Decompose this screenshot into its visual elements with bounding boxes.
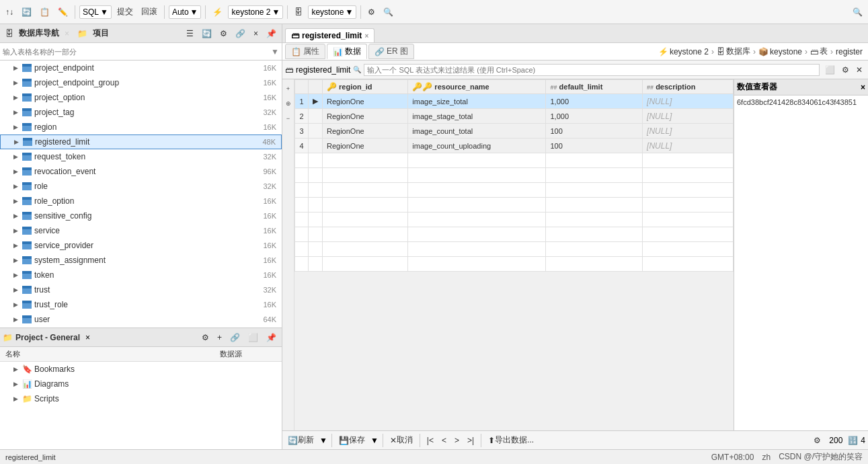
cell-desc-4[interactable]: [NULL] xyxy=(643,139,734,153)
export-btn[interactable]: ⬆ 导出数据... xyxy=(485,433,537,447)
tab-data[interactable]: 📊 数据 xyxy=(327,44,367,59)
cell-limit-1[interactable]: 1,000 xyxy=(546,94,643,109)
filter-clear-icon[interactable]: ✕ xyxy=(853,64,865,76)
global-search-icon[interactable]: 🔍 xyxy=(850,6,865,18)
refresh-icon[interactable]: 🔄 xyxy=(19,6,34,18)
refresh-btn[interactable]: 🔄 刷新 xyxy=(285,433,317,447)
nav-settings-btn[interactable]: ⚙ xyxy=(217,28,230,40)
tab-er[interactable]: 🔗 ER 图 xyxy=(368,44,414,59)
col-region-id-header[interactable]: 🔑 region_id xyxy=(323,80,408,94)
nav-pin-btn[interactable]: 📌 xyxy=(264,28,279,40)
expand-icon[interactable]: ⬜ xyxy=(822,64,838,76)
tab-close-btn[interactable]: × xyxy=(364,32,368,40)
project-add-btn[interactable]: + xyxy=(214,332,225,344)
table-row[interactable]: ▶ trust_role 16K xyxy=(0,297,282,312)
commit-btn[interactable]: 提交 xyxy=(114,5,136,19)
cell-resource-2[interactable]: image_stage_total xyxy=(408,109,546,124)
cell-resource-1[interactable]: image_size_total xyxy=(408,94,546,109)
search-filter-icon[interactable]: ▼ xyxy=(271,47,279,56)
cell-limit-4[interactable]: 100 xyxy=(546,139,643,153)
filter-settings-icon[interactable]: ⚙ xyxy=(839,64,852,76)
cell-limit-3[interactable]: 100 xyxy=(546,124,643,139)
table-row[interactable]: ▶ sensitive_config 16K xyxy=(0,208,282,223)
breadcrumb-table[interactable]: 🗃 表 xyxy=(810,46,828,57)
rollback-btn[interactable]: 回滚 xyxy=(139,5,160,19)
breadcrumb-keystone[interactable]: 📦 keystone xyxy=(758,47,802,56)
db-icon[interactable]: 🗄 xyxy=(292,6,305,18)
keystone-dropdown[interactable]: keystone ▼ xyxy=(308,5,356,19)
table-row[interactable]: ▶ service 16K xyxy=(0,223,282,238)
nav-prev-btn[interactable]: < xyxy=(439,434,449,447)
table-row[interactable]: ▶ project_endpoint 16K xyxy=(0,61,282,75)
table-row[interactable]: 4 RegionOne image_count_uploading 100 [N… xyxy=(295,139,734,153)
table-row[interactable]: 1 ▶ RegionOne image_size_total 1,000 [NU… xyxy=(295,94,734,109)
save-btn[interactable]: 💾 保存 xyxy=(336,433,368,447)
col-description-header[interactable]: ## description xyxy=(643,80,734,94)
table-row[interactable]: ▶ user 64K xyxy=(0,312,282,327)
nav-back-btn[interactable]: ↑↓ xyxy=(3,6,16,18)
cell-desc-1[interactable]: [NULL] xyxy=(643,94,734,109)
search-input[interactable] xyxy=(3,48,271,56)
new-icon[interactable]: 📋 xyxy=(37,6,52,18)
table-row[interactable]: ▶ role_option 16K xyxy=(0,194,282,208)
cell-region-3[interactable]: RegionOne xyxy=(323,124,408,139)
table-row[interactable]: ▶ trust 32K xyxy=(0,282,282,297)
cell-region-2[interactable]: RegionOne xyxy=(323,109,408,124)
dup-row-btn[interactable]: ⊕ xyxy=(284,97,293,110)
cell-region-4[interactable]: RegionOne xyxy=(323,139,408,153)
breadcrumb-database[interactable]: 🗄 数据库 xyxy=(717,46,750,57)
value-viewer-close[interactable]: × xyxy=(861,83,865,92)
project-close-icon[interactable]: × xyxy=(85,333,90,342)
nav-close-btn[interactable]: × xyxy=(251,28,261,40)
del-row-btn[interactable]: − xyxy=(284,112,293,125)
tab-properties[interactable]: 📋 属性 xyxy=(285,44,325,59)
table-row[interactable]: ▶ role 32K xyxy=(0,179,282,194)
table-row[interactable]: 2 RegionOne image_stage_total 1,000 [NUL… xyxy=(295,109,734,124)
cell-desc-3[interactable]: [NULL] xyxy=(643,124,734,139)
project-pin-btn[interactable]: 📌 xyxy=(264,332,279,344)
table-row[interactable]: ▶ request_token 32K xyxy=(0,149,282,164)
table-row[interactable]: ▶ project_option 16K xyxy=(0,90,282,105)
cell-desc-2[interactable]: [NULL] xyxy=(643,109,734,124)
table-row[interactable]: ▶ system_assignment 16K xyxy=(0,253,282,268)
db-nav-icon[interactable]: 🗄 xyxy=(3,28,16,40)
add-row-btn[interactable]: + xyxy=(284,82,293,95)
conn-icon[interactable]: ⚡ xyxy=(210,6,225,18)
nav-link-btn[interactable]: 🔗 xyxy=(233,28,248,40)
project-bookmarks-item[interactable]: ▶ 🔖 Bookmarks xyxy=(0,362,282,377)
cell-resource-3[interactable]: image_count_total xyxy=(408,124,546,139)
table-row[interactable]: ▶ region 16K xyxy=(0,120,282,134)
settings-icon[interactable]: ⚙ xyxy=(365,6,378,18)
cell-region-1[interactable]: RegionOne xyxy=(323,94,408,109)
filter-input[interactable] xyxy=(364,64,820,76)
table-row[interactable]: ▶ revocation_event 96K xyxy=(0,164,282,179)
project-scripts-item[interactable]: ▶ 📁 Scripts xyxy=(0,391,282,406)
breadcrumb-keystone2[interactable]: ⚡ keystone 2 xyxy=(658,47,709,56)
project-link-btn[interactable]: 🔗 xyxy=(227,332,243,344)
project-settings-btn[interactable]: ⚙ xyxy=(199,332,212,344)
table-row[interactable]: ▶ service_provider 16K xyxy=(0,238,282,253)
nav-refresh-btn[interactable]: 🔄 xyxy=(199,28,214,40)
auto-dropdown[interactable]: Auto ▼ xyxy=(169,5,202,19)
filter-icon[interactable]: ☰ xyxy=(184,28,196,40)
registered-limit-row[interactable]: ▶ registered_limit 48K xyxy=(0,134,282,149)
table-row[interactable]: 3 RegionOne image_count_total 100 [NULL] xyxy=(295,124,734,139)
keystone2-dropdown[interactable]: keystone 2 ▼ xyxy=(228,5,283,19)
cell-limit-2[interactable]: 1,000 xyxy=(546,109,643,124)
nav-last-btn[interactable]: >| xyxy=(465,434,477,447)
registered-limit-tab[interactable]: 🗃 registered_limit × xyxy=(285,28,374,42)
project-icon[interactable]: 📁 xyxy=(75,28,90,40)
breadcrumb-register[interactable]: register xyxy=(836,47,863,56)
nav-next-btn[interactable]: > xyxy=(452,434,462,447)
sql-dropdown[interactable]: SQL ▼ xyxy=(79,5,112,19)
table-row[interactable]: ▶ token 16K xyxy=(0,268,282,282)
cell-resource-4[interactable]: image_count_uploading xyxy=(408,139,546,153)
project-expand-btn[interactable]: ⬜ xyxy=(245,332,261,344)
nav-first-btn[interactable]: |< xyxy=(424,434,436,447)
project-diagrams-item[interactable]: ▶ 📊 Diagrams xyxy=(0,377,282,391)
search-icon[interactable]: 🔍 xyxy=(381,6,396,18)
table-row[interactable]: ▶ project_tag 32K xyxy=(0,105,282,120)
col-resource-name-header[interactable]: 🔑🔑 resource_name xyxy=(408,80,546,94)
settings-btn[interactable]: ⚙ xyxy=(811,434,824,447)
col-default-limit-header[interactable]: ## default_limit xyxy=(546,80,643,94)
